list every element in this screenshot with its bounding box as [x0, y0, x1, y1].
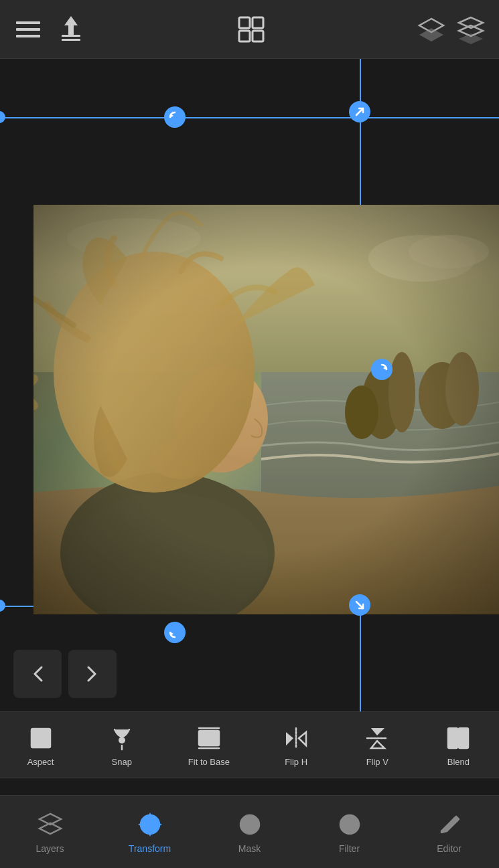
aspect-tool[interactable]: Aspect [26, 723, 56, 767]
svg-rect-5 [62, 35, 80, 37]
flip-v-label: Flip V [366, 757, 388, 767]
snap-label: Snap [112, 757, 132, 767]
prev-button[interactable] [13, 650, 62, 698]
filter-tab-icon [335, 810, 364, 839]
transform-tab-icon [135, 810, 165, 839]
flip-h-tool[interactable]: Flip H [281, 723, 311, 767]
nav-buttons [13, 650, 117, 698]
edge-handle-bottom-left[interactable] [0, 600, 5, 612]
tab-bar: Layers Transform Mask [0, 795, 499, 868]
filter-tab-label: Filter [339, 843, 360, 854]
svg-rect-7 [239, 17, 250, 28]
edge-handle-top-left[interactable] [0, 111, 5, 123]
rotate-handle-bottom[interactable] [164, 622, 186, 643]
svg-rect-2 [16, 35, 40, 37]
share-icon[interactable] [56, 15, 86, 44]
menu-icon[interactable] [13, 15, 43, 44]
canvas-image[interactable] [33, 205, 499, 614]
svg-rect-0 [16, 21, 40, 24]
tab-editor[interactable]: Editor [423, 810, 476, 854]
svg-marker-12 [419, 28, 443, 41]
tab-mask[interactable]: Mask [223, 810, 277, 854]
transform-line-top [0, 117, 499, 118]
next-button[interactable] [68, 650, 117, 698]
svg-rect-38 [33, 205, 499, 614]
flip-v-icon [362, 723, 392, 753]
editor-tab-label: Editor [437, 843, 461, 854]
svg-marker-13 [459, 17, 483, 28]
svg-point-68 [244, 819, 255, 830]
svg-rect-6 [62, 39, 80, 41]
editor-tab-icon [435, 810, 464, 839]
corner-handle-top-right[interactable] [349, 101, 370, 122]
tab-filter[interactable]: Filter [323, 810, 376, 854]
blend-tool[interactable]: Blend [443, 723, 473, 767]
svg-marker-52 [371, 728, 384, 735]
toolbar-right [417, 15, 486, 44]
tools-bar: Aspect Snap Fit to Base [0, 711, 499, 778]
layers-tab-label: Layers [35, 843, 64, 854]
fit-to-base-label: Fit to Base [188, 757, 230, 767]
flip-v-tool[interactable]: Flip V [362, 723, 392, 767]
svg-marker-50 [299, 732, 306, 746]
flip-h-label: Flip H [285, 757, 307, 767]
blend-icon [443, 723, 473, 753]
svg-rect-9 [239, 31, 250, 41]
layers-single-icon[interactable] [417, 15, 446, 44]
layers-tab-icon [35, 810, 65, 839]
grid-icon[interactable] [236, 15, 266, 44]
svg-line-19 [356, 602, 363, 608]
svg-marker-4 [64, 16, 78, 25]
tab-transform[interactable]: Transform [123, 810, 177, 854]
corner-handle-bottom-right[interactable] [349, 594, 370, 616]
toolbar-center [236, 15, 266, 44]
layers-stack-icon[interactable] [456, 15, 486, 44]
svg-marker-49 [286, 732, 293, 746]
snap-icon [107, 723, 137, 753]
flip-h-icon [281, 723, 311, 753]
svg-line-17 [356, 108, 363, 115]
rotate-handle-top[interactable] [164, 106, 186, 128]
fit-to-base-tool[interactable]: Fit to Base [188, 723, 230, 767]
mask-tab-icon [235, 810, 265, 839]
svg-rect-1 [16, 28, 40, 31]
svg-rect-45 [203, 734, 215, 742]
snap-tool[interactable]: Snap [107, 723, 137, 767]
svg-marker-15 [459, 33, 483, 44]
aspect-label: Aspect [27, 757, 54, 767]
rotate-handle-mid[interactable] [371, 359, 393, 380]
aspect-icon [26, 723, 56, 753]
svg-rect-10 [253, 31, 263, 41]
svg-marker-53 [371, 741, 384, 748]
svg-point-42 [119, 737, 125, 744]
transform-tab-label: Transform [129, 843, 171, 854]
mask-tab-label: Mask [238, 843, 261, 854]
blend-label: Blend [447, 757, 470, 767]
svg-rect-40 [35, 733, 41, 741]
canvas-area[interactable] [0, 59, 499, 711]
tab-layers[interactable]: Layers [23, 810, 77, 854]
fit-to-base-icon [194, 723, 224, 753]
top-toolbar [0, 0, 499, 59]
svg-rect-8 [253, 17, 263, 28]
toolbar-left [13, 15, 86, 44]
